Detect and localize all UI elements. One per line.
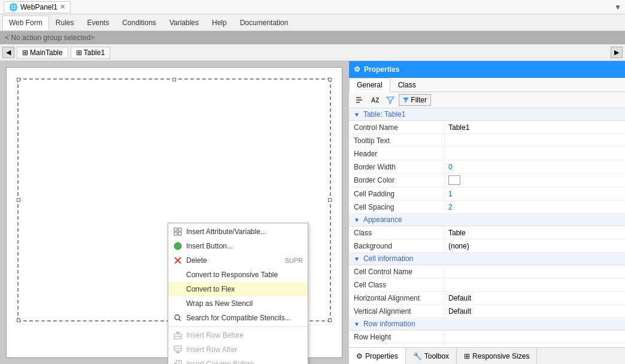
table1-label: Table1	[84, 48, 105, 57]
title-label: WebPanel1	[20, 3, 57, 11]
prop-cell-class-label: Cell Class	[349, 278, 445, 291]
tab-conditions[interactable]: Conditions	[116, 16, 163, 30]
ctx-insert-attr[interactable]: Insert Attribute/Variable...	[168, 225, 308, 239]
prop-tooltip-label: Tooltip Text	[349, 134, 445, 147]
prop-cell-control-name-value[interactable]	[445, 265, 625, 278]
props-filter-icon[interactable]	[383, 94, 398, 106]
ctx-delete[interactable]: Delete SUPR	[168, 253, 308, 268]
border-color-swatch[interactable]	[448, 175, 460, 185]
tab-variables[interactable]: Variables	[163, 16, 205, 30]
prop-border-color-label: Border Color	[349, 174, 445, 187]
prop-class: Class Table	[349, 226, 625, 239]
prop-cell-padding: Cell Padding 1	[349, 187, 625, 201]
section-table-label: Table: Table1	[363, 110, 406, 119]
ctx-wrap-stencil-label: Wrap as New Stencil	[186, 299, 303, 308]
prop-border-color-value[interactable]	[445, 174, 625, 187]
tab-webform[interactable]: Web Form	[2, 16, 49, 30]
breadcrumb-right-nav: ▶	[611, 47, 623, 58]
prop-class-value[interactable]: Table	[445, 226, 625, 239]
prop-header: Header	[349, 147, 625, 160]
ctx-insert-btn[interactable]: Insert Button...	[168, 239, 308, 253]
convert-flex-icon	[173, 284, 183, 294]
breadcrumb-forward-button[interactable]: ▶	[611, 47, 623, 58]
ctx-insert-row-before: Insert Row Before	[168, 328, 308, 342]
prop-cell-class-value[interactable]	[445, 278, 625, 291]
prop-h-align-value[interactable]: Default	[445, 292, 625, 304]
prop-border-width-value[interactable]: 0	[445, 160, 625, 173]
handle-br[interactable]	[328, 318, 332, 322]
prop-row-height: Row Height	[349, 330, 625, 344]
handle-ml[interactable]	[17, 198, 20, 202]
tab-help[interactable]: Help	[205, 16, 233, 30]
props-header: ⚙ Properties	[349, 61, 625, 78]
props-sort-icon-1[interactable]	[353, 94, 367, 106]
prop-tooltip-value[interactable]	[445, 134, 625, 147]
svg-rect-31	[356, 97, 361, 98]
ctx-insert-attr-label: Insert Attribute/Variable...	[186, 228, 303, 236]
main-content: Insert Attribute/Variable... Insert Butt…	[0, 61, 625, 364]
ctx-delete-label: Delete	[186, 256, 281, 265]
section-appearance-header[interactable]: ▼ Appearance	[349, 214, 625, 226]
prop-v-align-label: Vertical Alignment	[349, 305, 445, 317]
collapse-table-icon: ▼	[354, 111, 360, 118]
props-tab-general[interactable]: General	[349, 78, 390, 92]
responsive-icon: ⊞	[464, 352, 470, 360]
props-sort-icon-2[interactable]: AZ	[368, 95, 382, 105]
ctx-convert-flex[interactable]: Convert to Flex	[168, 282, 308, 296]
tab-documentation[interactable]: Documentation	[233, 16, 295, 30]
prop-h-align: Horizontal Alignment Default	[349, 292, 625, 305]
handle-tl[interactable]	[17, 78, 20, 81]
breadcrumb-table1[interactable]: ⊞ Table1	[71, 47, 110, 59]
prop-cell-control-name-label: Cell Control Name	[349, 265, 445, 278]
handle-bl[interactable]	[17, 318, 20, 322]
prop-v-align-value[interactable]: Default	[445, 305, 625, 317]
handle-tc[interactable]	[172, 78, 176, 81]
props-filter-button[interactable]: Filter	[399, 94, 431, 106]
prop-row-height-value[interactable]	[445, 330, 625, 343]
ctx-search-stencils[interactable]: Search for Compatible Stencils...	[168, 311, 308, 325]
tab-rules[interactable]: Rules	[49, 16, 81, 30]
prop-cell-padding-value[interactable]: 1	[445, 187, 625, 200]
breadcrumb-maintable[interactable]: ⊞ MainTable	[17, 47, 68, 59]
section-table-header[interactable]: ▼ Table: Table1	[349, 108, 625, 121]
prop-cell-spacing: Cell Spacing 2	[349, 201, 625, 214]
ctx-delete-shortcut: SUPR	[284, 257, 303, 264]
breadcrumb-bar: ◀ ⊞ MainTable ⊞ Table1 ▶	[0, 44, 625, 61]
props-tab-class[interactable]: Class	[390, 78, 424, 92]
close-tab-button[interactable]: ✕	[60, 3, 65, 11]
delete-icon	[173, 256, 183, 265]
insert-row-before-icon	[173, 330, 183, 340]
bottom-tab-toolbox[interactable]: 🔧 Toolbox	[406, 348, 457, 364]
bottom-tab-properties[interactable]: ⚙ Properties	[349, 348, 406, 364]
ctx-convert-responsive[interactable]: Convert to Responsive Table	[168, 268, 308, 282]
handle-mr[interactable]	[328, 198, 332, 202]
context-menu: Insert Attribute/Variable... Insert Butt…	[168, 223, 308, 364]
prop-h-align-label: Horizontal Alignment	[349, 292, 445, 304]
section-row-info-header[interactable]: ▼ Row information	[349, 318, 625, 330]
prop-cell-class: Cell Class	[349, 278, 625, 292]
ctx-convert-responsive-label: Convert to Responsive Table	[186, 271, 303, 279]
prop-class-label: Class	[349, 226, 445, 239]
svg-rect-0	[174, 228, 177, 231]
bottom-tab-responsive-label: Responsive Sizes	[472, 352, 529, 360]
ctx-insert-row-after: Insert Row After	[168, 342, 308, 357]
bottom-tab-responsive[interactable]: ⊞ Responsive Sizes	[457, 348, 537, 364]
ctx-wrap-stencil[interactable]: Wrap as New Stencil	[168, 296, 308, 311]
ctx-search-stencils-label: Search for Compatible Stencils...	[186, 314, 303, 322]
tab-events[interactable]: Events	[80, 16, 116, 30]
canvas-area[interactable]: Insert Attribute/Variable... Insert Butt…	[0, 61, 348, 364]
prop-control-name-value[interactable]: Table1	[445, 121, 625, 134]
filter-label: Filter	[411, 96, 427, 104]
prop-background-value[interactable]: (none)	[445, 239, 625, 252]
breadcrumb-back-button[interactable]: ◀	[2, 47, 14, 58]
prop-header-value[interactable]	[445, 147, 625, 160]
svg-rect-3	[178, 232, 181, 235]
svg-rect-32	[356, 99, 362, 101]
ctx-convert-flex-label: Convert to Flex	[186, 285, 303, 293]
title-tab[interactable]: 🌐 WebPanel1 ✕	[4, 1, 71, 13]
section-cell-info-label: Cell information	[363, 254, 413, 263]
prop-cell-spacing-value[interactable]: 2	[445, 201, 625, 213]
section-cell-info-header[interactable]: ▼ Cell information	[349, 253, 625, 265]
handle-tr[interactable]	[328, 78, 332, 81]
expand-button[interactable]: ▼	[614, 3, 621, 11]
